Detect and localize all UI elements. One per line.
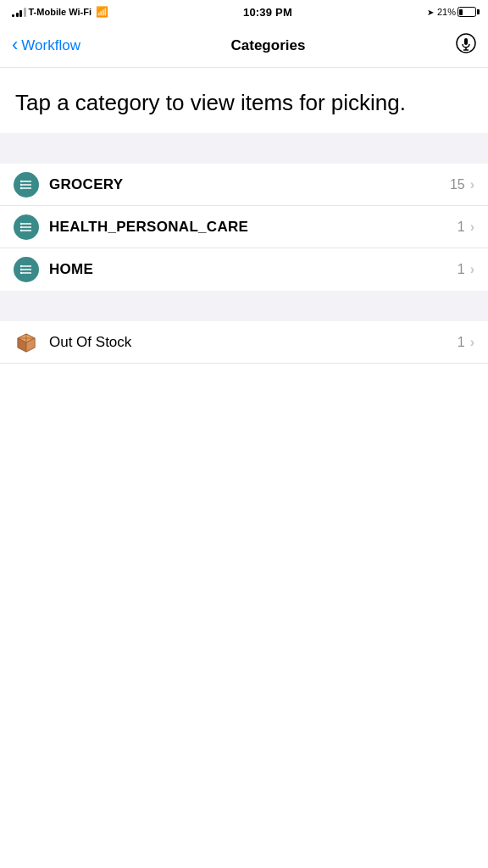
- svg-point-14: [20, 225, 22, 227]
- back-button[interactable]: ‹ Workflow: [12, 37, 80, 54]
- categories-list: GROCERY 15 › HEALTH_PERSONAL_CARE 1 ›: [0, 164, 488, 291]
- wifi-icon: 📶: [96, 6, 108, 18]
- box-icon-svg: [14, 331, 38, 354]
- section-divider-top: [0, 133, 488, 164]
- svg-point-19: [20, 265, 22, 267]
- oos-chevron-icon: ›: [470, 335, 474, 350]
- list-item[interactable]: HOME 1 ›: [0, 248, 488, 291]
- status-left: T-Mobile Wi-Fi 📶: [12, 6, 108, 18]
- list-icon-svg: [19, 220, 34, 235]
- category-label: HOME: [49, 261, 458, 278]
- svg-rect-1: [464, 38, 468, 45]
- signal-icon: [12, 7, 26, 17]
- category-icon-health: [14, 214, 39, 240]
- battery-container: 21%: [437, 7, 476, 17]
- nav-title: Categories: [231, 37, 306, 54]
- status-time: 10:39 PM: [243, 6, 292, 19]
- list-icon-svg: [19, 262, 34, 277]
- back-chevron-icon: ‹: [12, 36, 18, 54]
- status-right: ➤ 21%: [427, 7, 476, 17]
- carrier-label: T-Mobile Wi-Fi: [29, 7, 92, 17]
- chevron-icon: ›: [470, 177, 474, 192]
- battery-percent: 21%: [437, 7, 456, 17]
- list-item[interactable]: HEALTH_PERSONAL_CARE 1 ›: [0, 206, 488, 248]
- out-of-stock-item[interactable]: Out Of Stock 1 ›: [0, 321, 488, 364]
- category-count: 15: [450, 177, 465, 192]
- location-icon: ➤: [427, 8, 434, 17]
- category-icon-home: [14, 257, 39, 282]
- battery-fill: [459, 9, 463, 15]
- back-label: Workflow: [21, 37, 80, 54]
- svg-point-13: [20, 222, 22, 224]
- list-icon-svg: [19, 177, 34, 192]
- status-bar: T-Mobile Wi-Fi 📶 10:39 PM ➤ 21%: [0, 0, 488, 24]
- chevron-icon: ›: [470, 220, 474, 235]
- intro-section: Tap a category to view items for picking…: [0, 68, 488, 133]
- mic-button[interactable]: [456, 33, 476, 58]
- list-item[interactable]: GROCERY 15 ›: [0, 164, 488, 206]
- svg-point-7: [20, 180, 22, 181]
- svg-point-15: [20, 229, 22, 231]
- category-icon-grocery: [14, 172, 39, 198]
- svg-point-20: [20, 269, 22, 270]
- svg-point-9: [20, 186, 22, 188]
- svg-point-8: [20, 183, 22, 185]
- bottom-space: [0, 364, 488, 754]
- section-divider-bottom: [0, 291, 488, 321]
- category-label: HEALTH_PERSONAL_CARE: [49, 219, 458, 236]
- category-count: 1: [458, 220, 465, 235]
- battery-icon: [458, 7, 476, 17]
- out-of-stock-section: Out Of Stock 1 ›: [0, 321, 488, 364]
- mic-icon: [456, 33, 476, 53]
- nav-bar: ‹ Workflow Categories: [0, 24, 488, 68]
- category-label: GROCERY: [49, 176, 450, 193]
- out-of-stock-icon: [14, 330, 39, 355]
- category-count: 1: [458, 262, 465, 277]
- intro-text: Tap a category to view items for picking…: [15, 88, 473, 118]
- oos-label: Out Of Stock: [49, 334, 458, 351]
- svg-point-21: [20, 272, 22, 274]
- chevron-icon: ›: [470, 262, 474, 277]
- oos-count: 1: [458, 335, 465, 350]
